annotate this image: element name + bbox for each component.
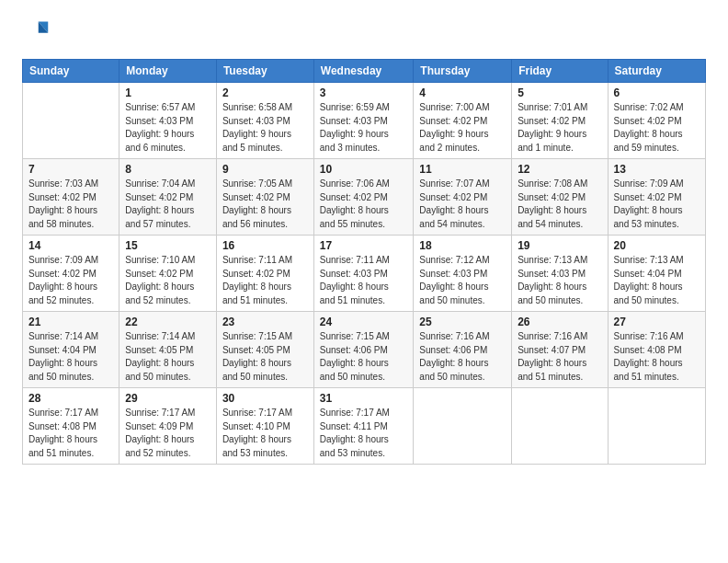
- weekday-header-monday: Monday: [119, 60, 217, 83]
- day-info: Sunrise: 7:07 AM Sunset: 4:02 PM Dayligh…: [419, 178, 506, 231]
- day-number: 27: [614, 316, 700, 328]
- day-info: Sunrise: 7:11 AM Sunset: 4:03 PM Dayligh…: [320, 254, 408, 307]
- calendar-cell: 4Sunrise: 7:00 AM Sunset: 4:02 PM Daylig…: [414, 83, 512, 159]
- day-info: Sunrise: 7:17 AM Sunset: 4:09 PM Dayligh…: [125, 407, 210, 460]
- weekday-header-wednesday: Wednesday: [313, 60, 414, 83]
- calendar-cell: 1Sunrise: 6:57 AM Sunset: 4:03 PM Daylig…: [119, 83, 217, 159]
- day-number: 9: [222, 163, 308, 176]
- calendar-cell: 14Sunrise: 7:09 AM Sunset: 4:02 PM Dayli…: [23, 236, 119, 312]
- day-info: Sunrise: 6:59 AM Sunset: 4:03 PM Dayligh…: [320, 101, 408, 155]
- calendar-cell: 30Sunrise: 7:17 AM Sunset: 4:10 PM Dayli…: [216, 388, 313, 465]
- calendar-cell: 16Sunrise: 7:11 AM Sunset: 4:02 PM Dayli…: [216, 236, 313, 312]
- day-info: Sunrise: 7:17 AM Sunset: 4:10 PM Dayligh…: [222, 407, 308, 460]
- day-number: 30: [222, 392, 308, 405]
- calendar-cell: 20Sunrise: 7:13 AM Sunset: 4:04 PM Dayli…: [608, 236, 705, 312]
- day-info: Sunrise: 7:17 AM Sunset: 4:08 PM Dayligh…: [28, 407, 113, 460]
- day-number: 31: [320, 392, 408, 405]
- logo: [22, 18, 50, 48]
- day-number: 26: [518, 316, 601, 328]
- day-number: 3: [320, 86, 408, 99]
- day-info: Sunrise: 7:05 AM Sunset: 4:02 PM Dayligh…: [222, 178, 308, 231]
- day-info: Sunrise: 7:00 AM Sunset: 4:02 PM Dayligh…: [419, 101, 506, 155]
- day-info: Sunrise: 7:11 AM Sunset: 4:02 PM Dayligh…: [222, 254, 308, 307]
- day-info: Sunrise: 7:15 AM Sunset: 4:06 PM Dayligh…: [320, 330, 408, 384]
- day-number: 10: [320, 163, 408, 176]
- weekday-header-saturday: Saturday: [608, 60, 705, 83]
- day-number: 24: [320, 316, 408, 328]
- calendar-cell: 26Sunrise: 7:16 AM Sunset: 4:07 PM Dayli…: [512, 312, 608, 388]
- calendar-cell: 28Sunrise: 7:17 AM Sunset: 4:08 PM Dayli…: [23, 388, 119, 465]
- day-info: Sunrise: 7:13 AM Sunset: 4:04 PM Dayligh…: [614, 254, 700, 307]
- calendar-cell: 27Sunrise: 7:16 AM Sunset: 4:08 PM Dayli…: [608, 312, 705, 388]
- day-number: 4: [419, 86, 506, 99]
- week-row-3: 14Sunrise: 7:09 AM Sunset: 4:02 PM Dayli…: [23, 236, 706, 312]
- calendar-cell: 12Sunrise: 7:08 AM Sunset: 4:02 PM Dayli…: [512, 159, 608, 236]
- day-number: 17: [320, 239, 408, 252]
- day-info: Sunrise: 7:13 AM Sunset: 4:03 PM Dayligh…: [518, 254, 601, 307]
- day-info: Sunrise: 7:09 AM Sunset: 4:02 PM Dayligh…: [28, 254, 113, 307]
- calendar-cell: 5Sunrise: 7:01 AM Sunset: 4:02 PM Daylig…: [512, 83, 608, 159]
- week-row-5: 28Sunrise: 7:17 AM Sunset: 4:08 PM Dayli…: [23, 388, 706, 465]
- day-number: 14: [28, 239, 113, 252]
- day-number: 6: [614, 86, 700, 99]
- calendar-cell: [608, 388, 705, 465]
- weekday-header-row: SundayMondayTuesdayWednesdayThursdayFrid…: [23, 60, 706, 83]
- calendar-cell: 11Sunrise: 7:07 AM Sunset: 4:02 PM Dayli…: [414, 159, 512, 236]
- day-info: Sunrise: 6:57 AM Sunset: 4:03 PM Dayligh…: [125, 101, 210, 155]
- day-number: 7: [28, 163, 113, 176]
- day-info: Sunrise: 7:14 AM Sunset: 4:05 PM Dayligh…: [125, 330, 210, 384]
- calendar-cell: 3Sunrise: 6:59 AM Sunset: 4:03 PM Daylig…: [313, 83, 414, 159]
- day-number: 16: [222, 239, 308, 252]
- calendar-cell: 21Sunrise: 7:14 AM Sunset: 4:04 PM Dayli…: [23, 312, 119, 388]
- day-number: 21: [28, 316, 113, 328]
- calendar-cell: 2Sunrise: 6:58 AM Sunset: 4:03 PM Daylig…: [216, 83, 313, 159]
- day-number: 13: [614, 163, 700, 176]
- week-row-1: 1Sunrise: 6:57 AM Sunset: 4:03 PM Daylig…: [23, 83, 706, 159]
- page: SundayMondayTuesdayWednesdayThursdayFrid…: [0, 0, 728, 563]
- day-number: 23: [222, 316, 308, 328]
- day-number: 2: [222, 86, 308, 99]
- week-row-2: 7Sunrise: 7:03 AM Sunset: 4:02 PM Daylig…: [23, 159, 706, 236]
- logo-icon: [24, 18, 50, 44]
- day-number: 22: [125, 316, 210, 328]
- day-number: 18: [419, 239, 506, 252]
- day-number: 12: [518, 163, 601, 176]
- calendar-cell: 25Sunrise: 7:16 AM Sunset: 4:06 PM Dayli…: [414, 312, 512, 388]
- day-info: Sunrise: 7:01 AM Sunset: 4:02 PM Dayligh…: [518, 101, 601, 155]
- day-info: Sunrise: 7:14 AM Sunset: 4:04 PM Dayligh…: [28, 330, 113, 384]
- day-number: 28: [28, 392, 113, 405]
- calendar-cell: 18Sunrise: 7:12 AM Sunset: 4:03 PM Dayli…: [414, 236, 512, 312]
- header: [22, 18, 706, 48]
- day-number: 19: [518, 239, 601, 252]
- calendar-cell: [512, 388, 608, 465]
- weekday-header-thursday: Thursday: [414, 60, 512, 83]
- weekday-header-tuesday: Tuesday: [216, 60, 313, 83]
- calendar-table: SundayMondayTuesdayWednesdayThursdayFrid…: [22, 59, 706, 465]
- calendar-cell: 31Sunrise: 7:17 AM Sunset: 4:11 PM Dayli…: [313, 388, 414, 465]
- calendar-cell: 23Sunrise: 7:15 AM Sunset: 4:05 PM Dayli…: [216, 312, 313, 388]
- day-number: 29: [125, 392, 210, 405]
- calendar-cell: 6Sunrise: 7:02 AM Sunset: 4:02 PM Daylig…: [608, 83, 705, 159]
- calendar-cell: 22Sunrise: 7:14 AM Sunset: 4:05 PM Dayli…: [119, 312, 217, 388]
- calendar-cell: [414, 388, 512, 465]
- weekday-header-friday: Friday: [512, 60, 608, 83]
- calendar-cell: 19Sunrise: 7:13 AM Sunset: 4:03 PM Dayli…: [512, 236, 608, 312]
- day-info: Sunrise: 7:08 AM Sunset: 4:02 PM Dayligh…: [518, 178, 601, 231]
- day-info: Sunrise: 7:04 AM Sunset: 4:02 PM Dayligh…: [125, 178, 210, 231]
- day-info: Sunrise: 7:03 AM Sunset: 4:02 PM Dayligh…: [28, 178, 113, 231]
- day-info: Sunrise: 7:16 AM Sunset: 4:08 PM Dayligh…: [614, 330, 700, 384]
- day-number: 8: [125, 163, 210, 176]
- day-info: Sunrise: 7:12 AM Sunset: 4:03 PM Dayligh…: [419, 254, 506, 307]
- day-number: 15: [125, 239, 210, 252]
- calendar-cell: 29Sunrise: 7:17 AM Sunset: 4:09 PM Dayli…: [119, 388, 217, 465]
- calendar-cell: 10Sunrise: 7:06 AM Sunset: 4:02 PM Dayli…: [313, 159, 414, 236]
- day-info: Sunrise: 7:15 AM Sunset: 4:05 PM Dayligh…: [222, 330, 308, 384]
- calendar-cell: [23, 83, 119, 159]
- calendar-cell: 9Sunrise: 7:05 AM Sunset: 4:02 PM Daylig…: [216, 159, 313, 236]
- day-info: Sunrise: 7:17 AM Sunset: 4:11 PM Dayligh…: [320, 407, 408, 460]
- day-number: 1: [125, 86, 210, 99]
- weekday-header-sunday: Sunday: [23, 60, 119, 83]
- calendar-cell: 15Sunrise: 7:10 AM Sunset: 4:02 PM Dayli…: [119, 236, 217, 312]
- day-info: Sunrise: 7:16 AM Sunset: 4:07 PM Dayligh…: [518, 330, 601, 384]
- day-info: Sunrise: 7:10 AM Sunset: 4:02 PM Dayligh…: [125, 254, 210, 307]
